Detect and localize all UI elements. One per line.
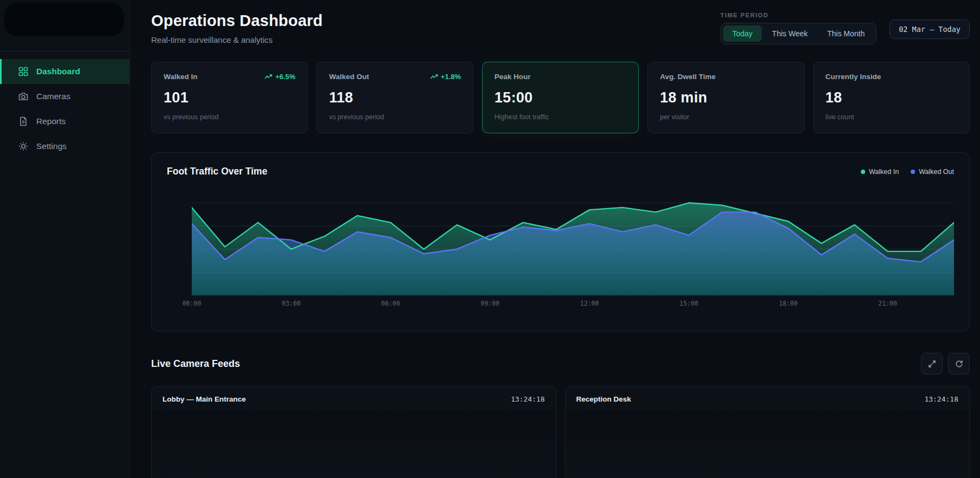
grid-icon — [18, 66, 29, 77]
kpi-label: Walked In — [164, 73, 198, 81]
kpi-label: Currently Inside — [826, 73, 881, 81]
topbar: Operations Dashboard Real-time surveilla… — [151, 12, 970, 44]
chart-plot-area: 00:0003:0006:0009:0012:0015:0018:0021:00 — [192, 191, 954, 312]
kpi-label: Avg. Dwell Time — [660, 73, 716, 81]
sidebar-logo-area — [0, 0, 129, 51]
kpi-label: Peak Hour — [495, 73, 531, 81]
legend-dot-blue — [911, 170, 915, 174]
kpi-subtitle: vs previous period — [164, 113, 295, 121]
x-tick-label: 00:00 — [183, 300, 202, 307]
document-icon — [18, 116, 29, 127]
camera-feeds-grid: Lobby — Main Entrance 13:24:18 Reception… — [151, 386, 970, 478]
kpi-subtitle: Highest foot traffic — [495, 113, 626, 121]
sidebar-item-label: Settings — [36, 141, 67, 151]
legend-walked-in[interactable]: Walked In — [861, 168, 899, 176]
kpi-value: 18 — [826, 89, 957, 106]
sidebar-item-settings[interactable]: Settings — [0, 134, 129, 159]
camera-name: Reception Desk — [576, 395, 631, 403]
kpi-subtitle: vs previous period — [329, 113, 460, 121]
date-range-picker[interactable]: 02 Mar — Today — [890, 20, 970, 39]
sidebar-item-label: Reports — [36, 117, 66, 126]
trend-up-icon — [430, 74, 438, 80]
kpi-subtitle: per visitor — [660, 113, 791, 121]
chart-legend: Walked In Walked Out — [861, 168, 954, 176]
time-period-label: TIME PERIOD — [721, 12, 877, 18]
camera-video-frame[interactable] — [566, 410, 970, 478]
chart-title: Foot Traffic Over Time — [167, 166, 267, 177]
kpi-trend: +6.5% — [264, 73, 295, 81]
gear-icon — [18, 141, 29, 152]
sidebar-nav: Dashboard Cameras Reports Settings — [0, 51, 129, 159]
kpi-card-walked-out: Walked Out +1.8% 118 vs previous period — [316, 62, 473, 133]
main-content: Operations Dashboard Real-time surveilla… — [130, 0, 980, 478]
tab-today[interactable]: Today — [723, 25, 762, 42]
kpi-label: Walked Out — [329, 73, 369, 81]
sidebar-item-reports[interactable]: Reports — [0, 109, 129, 134]
page-title: Operations Dashboard — [151, 12, 323, 30]
feeds-header: Live Camera Feeds — [151, 353, 970, 374]
camera-timestamp: 13:24:18 — [924, 395, 958, 403]
kpi-row: Walked In +6.5% 101 vs previous period W… — [151, 62, 970, 133]
camera-icon — [18, 91, 29, 102]
x-tick-label: 06:00 — [381, 300, 400, 307]
x-tick-label: 18:00 — [779, 300, 798, 307]
expand-icon — [927, 359, 937, 369]
title-block: Operations Dashboard Real-time surveilla… — [151, 12, 323, 44]
tab-this-week[interactable]: This Week — [763, 25, 817, 42]
kpi-value: 18 min — [660, 89, 791, 106]
traffic-chart-svg — [192, 191, 954, 295]
camera-feed-reception[interactable]: Reception Desk 13:24:18 — [565, 386, 970, 478]
feed-header: Reception Desk 13:24:18 — [566, 387, 970, 410]
camera-name: Lobby — Main Entrance — [163, 395, 246, 403]
camera-timestamp: 13:24:18 — [511, 395, 545, 403]
sidebar-item-cameras[interactable]: Cameras — [0, 84, 129, 109]
camera-video-frame[interactable] — [152, 410, 556, 478]
kpi-value: 15:00 — [495, 89, 626, 106]
x-tick-label: 03:00 — [282, 300, 301, 307]
refresh-icon — [955, 359, 964, 369]
kpi-card-peak-hour: Peak Hour 15:00 Highest foot traffic — [482, 62, 639, 133]
kpi-value: 118 — [329, 89, 460, 106]
refresh-button[interactable] — [948, 353, 970, 374]
kpi-card-currently-inside: Currently Inside 18 live count — [813, 62, 970, 133]
period-segmented-control: Today This Week This Month — [721, 23, 877, 44]
sidebar-item-dashboard[interactable]: Dashboard — [0, 59, 129, 84]
sidebar-item-label: Dashboard — [36, 67, 80, 76]
page-subtitle: Real-time surveillance & analytics — [151, 35, 323, 44]
trend-up-icon — [264, 74, 272, 80]
legend-dot-green — [861, 170, 865, 174]
x-tick-label: 12:00 — [580, 300, 599, 307]
expand-button[interactable] — [921, 353, 943, 374]
kpi-card-dwell-time: Avg. Dwell Time 18 min per visitor — [647, 62, 804, 133]
kpi-value: 101 — [164, 89, 295, 106]
tab-this-month[interactable]: This Month — [818, 25, 874, 42]
x-tick-label: 09:00 — [481, 300, 499, 307]
foot-traffic-chart-card: Foot Traffic Over Time Walked In Walked … — [151, 152, 970, 331]
kpi-subtitle: live count — [826, 113, 957, 121]
legend-walked-out[interactable]: Walked Out — [911, 168, 954, 176]
logo — [4, 3, 124, 36]
time-period-block: TIME PERIOD Today This Week This Month 0… — [721, 12, 970, 44]
kpi-card-walked-in: Walked In +6.5% 101 vs previous period — [151, 62, 308, 133]
sidebar-item-label: Cameras — [36, 92, 70, 101]
kpi-trend: +1.8% — [430, 73, 461, 81]
feed-header: Lobby — Main Entrance 13:24:18 — [152, 387, 556, 410]
camera-feed-lobby[interactable]: Lobby — Main Entrance 13:24:18 — [151, 386, 556, 478]
x-axis: 00:0003:0006:0009:0012:0015:0018:0021:00 — [192, 300, 954, 312]
feeds-title: Live Camera Feeds — [151, 358, 240, 370]
x-tick-label: 15:00 — [679, 300, 698, 307]
sidebar: Dashboard Cameras Reports Settings — [0, 0, 130, 478]
x-tick-label: 21:00 — [878, 300, 897, 307]
